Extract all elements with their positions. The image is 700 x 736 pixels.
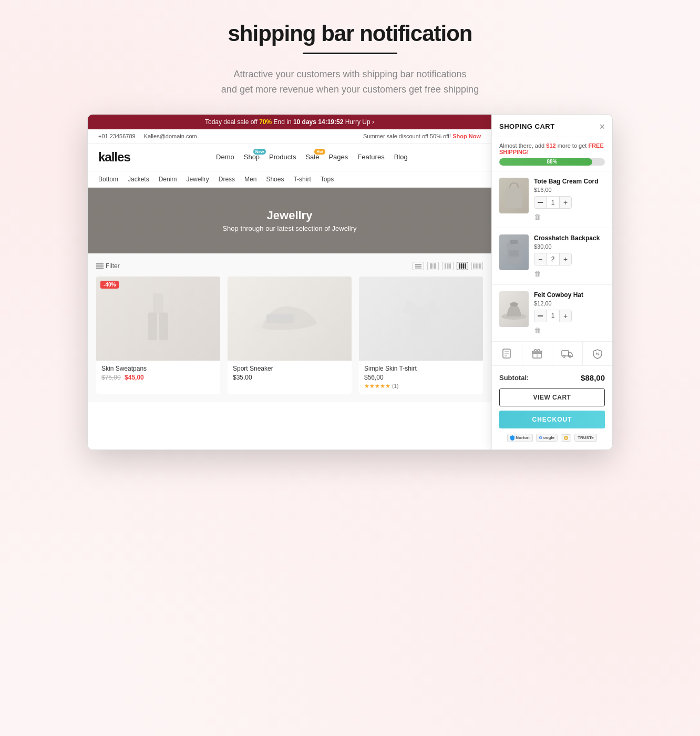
cart-footer: Subtotal: $88,00 VIEW CART CHECKOUT Nort…: [492, 366, 612, 449]
page-subtitle: Attractive your customers with shipping …: [221, 67, 479, 97]
nav-bar: kalles Demo ShopNew Products SaleHot Pag…: [88, 144, 491, 171]
cart-shipping-button[interactable]: [552, 342, 583, 365]
cart-extras: [492, 342, 612, 366]
product-price: $75,00 $45,00: [101, 374, 215, 381]
review-count: (1): [392, 383, 398, 389]
product-card: -40% Skin Sweatpans $75,00 $45,0: [96, 277, 220, 394]
cart-coupon-button[interactable]: [583, 342, 613, 365]
cart-title: SHOPING CART: [499, 122, 555, 130]
progress-bar-fill: [499, 158, 592, 166]
cat-bottom[interactable]: Bottom: [98, 176, 118, 183]
cat-shoes[interactable]: Shoes: [266, 176, 284, 183]
svg-rect-5: [415, 268, 421, 269]
authorize-badge: A: [561, 434, 571, 442]
cat-jewellry[interactable]: Jewellry: [186, 176, 209, 183]
view-2col[interactable]: [427, 262, 439, 270]
product-image[interactable]: -40%: [96, 277, 220, 361]
svg-rect-3: [415, 264, 421, 265]
cart-item-price: $12,00: [534, 300, 605, 306]
svg-rect-33: [538, 315, 543, 316]
svg-text:A: A: [565, 436, 568, 439]
cart-item-info: Tote Bag Cream Cord $16,00 1 + 🗑: [534, 178, 605, 221]
product-image[interactable]: [359, 277, 483, 361]
item-delete-button[interactable]: 🗑: [534, 213, 541, 221]
product-name: Sport Sneaker: [233, 365, 346, 372]
svg-point-44: [595, 352, 597, 354]
svg-rect-10: [449, 263, 451, 269]
cart-note-button[interactable]: [492, 342, 522, 365]
filter-button[interactable]: Filter: [96, 262, 120, 270]
svg-rect-30: [509, 250, 519, 257]
cat-tshirt[interactable]: T-shirt: [293, 176, 311, 183]
qty-increase-button[interactable]: +: [560, 197, 571, 208]
quantity-control: − 2 +: [534, 253, 572, 265]
nav-products[interactable]: Products: [269, 153, 296, 161]
shop-now-link[interactable]: Shop Now: [452, 133, 481, 139]
nav-features[interactable]: Features: [357, 153, 384, 161]
cat-denim[interactable]: Denim: [159, 176, 177, 183]
shipping-notice: Almost there, add $12 more to get FREE S…: [492, 137, 612, 171]
svg-rect-14: [465, 263, 466, 269]
svg-rect-23: [159, 312, 168, 340]
svg-rect-9: [447, 263, 449, 269]
qty-increase-button[interactable]: +: [560, 310, 571, 322]
qty-decrease-button[interactable]: [534, 197, 546, 208]
product-price: $35,00: [233, 374, 346, 381]
qty-decrease-button[interactable]: −: [534, 253, 546, 265]
cart-item: Crosshatch Backpack $30,00 − 2 + 🗑: [492, 228, 612, 285]
qty-decrease-button[interactable]: [534, 310, 546, 322]
svg-rect-18: [477, 263, 478, 269]
browser-mockup: Today deal sale off 70% End in 10 days 1…: [87, 114, 613, 450]
cat-dress[interactable]: Dress: [219, 176, 235, 183]
view-6col[interactable]: [471, 262, 483, 270]
nav-sale[interactable]: SaleHot: [305, 153, 319, 161]
cart-item-price: $16,00: [534, 187, 605, 193]
nav-demo[interactable]: Demo: [216, 153, 234, 161]
store-logo: kalles: [98, 150, 130, 165]
cart-item-image: [499, 291, 529, 327]
product-info: Simple Skin T-shirt $56,00 ★★★★★ (1): [359, 361, 483, 394]
svg-rect-20: [480, 263, 481, 269]
product-image[interactable]: [228, 277, 352, 361]
svg-point-46: [598, 353, 599, 355]
sale-badge: Hot: [314, 149, 325, 155]
filter-label: Filter: [106, 262, 120, 270]
cat-men[interactable]: Men: [244, 176, 256, 183]
svg-rect-27: [538, 202, 543, 203]
cat-jackets[interactable]: Jackets: [128, 176, 149, 183]
shop-badge: New: [253, 149, 266, 155]
qty-increase-button[interactable]: +: [560, 253, 571, 265]
subtotal-value: $88,00: [581, 373, 605, 382]
cart-item-image: [499, 234, 529, 270]
nav-links: Demo ShopNew Products SaleHot Pages Feat…: [143, 153, 481, 161]
view-3col[interactable]: [442, 262, 454, 270]
cart-subtotal: Subtotal: $88,00: [499, 373, 605, 382]
view-list[interactable]: [413, 262, 424, 270]
hero-subtitle: Shop through our latest selection of Jew…: [98, 224, 481, 232]
hero-section: Jewellry Shop through our latest selecti…: [88, 188, 491, 253]
item-delete-button[interactable]: 🗑: [534, 270, 541, 278]
checkout-button[interactable]: CHECKOUT: [499, 411, 605, 428]
deal-bar: Today deal sale off 70% End in 10 days 1…: [88, 115, 491, 129]
item-delete-button[interactable]: 🗑: [534, 326, 541, 334]
view-4col[interactable]: [457, 262, 468, 270]
nav-shop[interactable]: ShopNew: [244, 153, 260, 161]
category-bar: Bottom Jackets Denim Jewellry Dress Men …: [88, 171, 491, 188]
svg-rect-29: [510, 240, 518, 244]
svg-rect-22: [148, 312, 157, 340]
deal-discount: 70%: [259, 118, 272, 126]
cart-item-image: [499, 178, 529, 213]
cat-tops[interactable]: Tops: [321, 176, 334, 183]
cart-panel: SHOPING CART × Almost there, add $12 mor…: [491, 115, 612, 449]
view-cart-button[interactable]: VIEW CART: [499, 389, 605, 406]
email-address: Kalles@domain.com: [144, 133, 197, 139]
product-card: Sport Sneaker $35,00: [228, 277, 352, 394]
nav-blog[interactable]: Blog: [394, 153, 408, 161]
nav-pages[interactable]: Pages: [328, 153, 348, 161]
cart-gift-button[interactable]: [522, 342, 553, 365]
product-stars: ★★★★★ (1): [364, 383, 478, 390]
shipping-notice-text: Almost there, add $12 more to get FREE S…: [499, 142, 605, 155]
norton-badge: Norton: [507, 434, 532, 442]
trust-badges: Norton Google A TRUSTe: [499, 434, 605, 442]
cart-close-button[interactable]: ×: [599, 122, 605, 131]
